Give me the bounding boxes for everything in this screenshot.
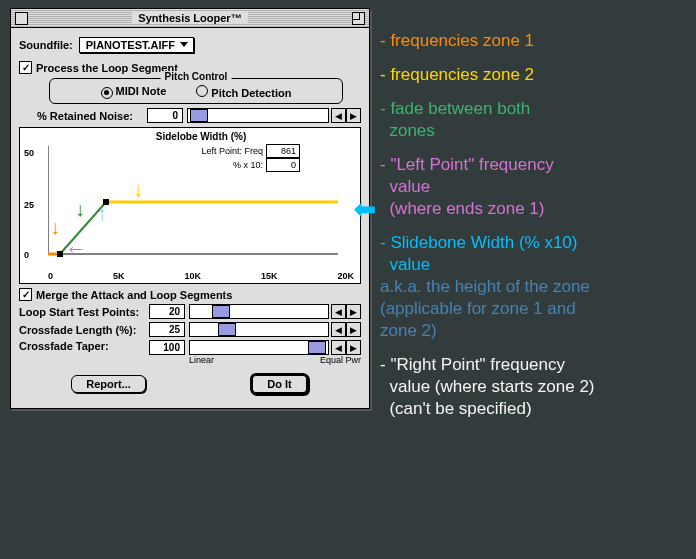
loop-start-right-arrow[interactable]: ▶	[346, 304, 361, 319]
synthesis-looper-window: Synthesis Looper™ Soundfile: PIANOTEST.A…	[10, 8, 370, 409]
retained-noise-right-arrow[interactable]: ▶	[346, 108, 361, 123]
annotation-panel: - frequencies zone 1 - frequencies zone …	[380, 30, 595, 432]
y-tick-25: 25	[24, 200, 34, 210]
do-it-button[interactable]: Do It	[250, 373, 308, 395]
crossfade-taper-label: Crossfade Taper:	[19, 340, 149, 352]
crossfade-len-slider[interactable]	[189, 322, 329, 337]
pitch-control-title: Pitch Control	[161, 71, 232, 82]
anno-leftpoint: - "Left Point" frequency value (where en…	[380, 154, 595, 220]
loop-start-slider[interactable]	[189, 304, 329, 319]
retained-noise-slider[interactable]	[187, 108, 329, 123]
anno-rightpoint: - "Right Point" frequency value (where s…	[380, 354, 595, 420]
plot-svg	[48, 146, 348, 261]
crossfade-len-label: Crossfade Length (%):	[19, 324, 149, 336]
crossfade-len-left-arrow[interactable]: ◀	[331, 322, 346, 337]
yellow-arrow-icon: ↓	[133, 178, 143, 201]
graph-title: Sidelobe Width (%)	[48, 131, 354, 142]
midi-note-radio[interactable]	[101, 87, 113, 99]
anno-width: - Slidebone Width (% x10) valuea.k.a. th…	[380, 232, 595, 342]
merge-checkbox[interactable]	[19, 288, 32, 301]
pitch-detection-radio[interactable]	[196, 85, 208, 97]
crossfade-taper-value[interactable]: 100	[149, 340, 185, 355]
crossfade-taper-left-arrow[interactable]: ◀	[331, 340, 346, 355]
midi-note-radio-row[interactable]: MIDI Note	[101, 85, 167, 99]
loop-start-value[interactable]: 20	[149, 304, 185, 319]
window-title: Synthesis Looper™	[132, 12, 247, 24]
x-tick-5k: 5K	[113, 271, 125, 281]
crossfade-len-right-arrow[interactable]: ▶	[346, 322, 361, 337]
x-tick-15k: 15K	[261, 271, 278, 281]
soundfile-label: Soundfile:	[19, 39, 73, 51]
retained-noise-arrows: ◀ ▶	[331, 108, 361, 123]
close-box[interactable]	[15, 12, 28, 25]
sidelobe-graph[interactable]: Sidelobe Width (%) Left Point: Freq861 %…	[19, 127, 361, 284]
retained-noise-left-arrow[interactable]: ◀	[331, 108, 346, 123]
y-tick-50: 50	[24, 148, 34, 158]
anno-zone2: - frequencies zone 2	[380, 64, 595, 86]
zoom-box[interactable]	[352, 12, 365, 25]
crossfade-taper-slider[interactable]	[189, 340, 329, 355]
x-tick-10k: 10K	[184, 271, 201, 281]
loop-start-left-arrow[interactable]: ◀	[331, 304, 346, 319]
merge-label: Merge the Attack and Loop Segments	[36, 289, 232, 301]
pitch-control-group: Pitch Control MIDI Note Pitch Detection	[49, 78, 343, 104]
cyan-arrow-icon: ⬅	[354, 194, 376, 225]
process-loop-checkbox[interactable]	[19, 61, 32, 74]
crossfade-taper-right-arrow[interactable]: ▶	[346, 340, 361, 355]
pitch-detection-radio-row[interactable]: Pitch Detection	[196, 85, 291, 99]
titlebar[interactable]: Synthesis Looper™	[11, 9, 369, 28]
anno-fade: - fade between both zones	[380, 98, 595, 142]
retained-noise-label: % Retained Noise:	[37, 110, 147, 122]
purple-arrow-icon: ←	[65, 236, 87, 262]
crossfade-len-value[interactable]: 25	[149, 322, 185, 337]
lightblue-arrow-icon: ↑	[97, 202, 107, 225]
left-point-handle[interactable]	[57, 251, 63, 257]
y-tick-0: 0	[24, 250, 29, 260]
green-arrow-icon: ↓	[75, 198, 85, 221]
loop-start-label: Loop Start Test Points:	[19, 306, 149, 318]
taper-linear-label: Linear	[189, 355, 214, 365]
taper-equalpwr-label: Equal Pwr	[320, 355, 361, 365]
pitch-detection-label: Pitch Detection	[211, 87, 291, 99]
x-tick-20k: 20K	[337, 271, 354, 281]
anno-zone1: - frequencies zone 1	[380, 30, 595, 52]
window-content: Soundfile: PIANOTEST.AIFF Process the Lo…	[11, 28, 369, 408]
report-button[interactable]: Report...	[71, 375, 146, 393]
process-loop-label: Process the Loop Segment	[36, 62, 178, 74]
soundfile-dropdown[interactable]: PIANOTEST.AIFF	[79, 37, 194, 53]
orange-arrow-icon: ↓	[50, 216, 60, 239]
retained-noise-value[interactable]: 0	[147, 108, 183, 123]
x-axis-labels: 0 5K 10K 15K 20K	[48, 271, 354, 281]
x-tick-0: 0	[48, 271, 53, 281]
midi-note-label: MIDI Note	[116, 85, 167, 97]
